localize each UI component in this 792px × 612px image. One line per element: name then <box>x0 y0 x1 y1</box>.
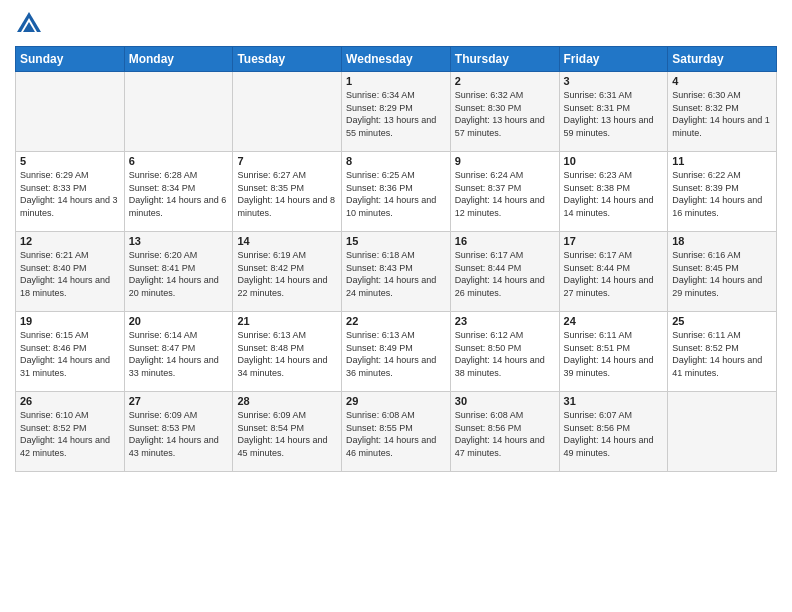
day-info: Sunrise: 6:34 AMSunset: 8:29 PMDaylight:… <box>346 89 446 139</box>
day-cell: 11Sunrise: 6:22 AMSunset: 8:39 PMDayligh… <box>668 152 777 232</box>
day-info: Sunrise: 6:27 AMSunset: 8:35 PMDaylight:… <box>237 169 337 219</box>
col-header-friday: Friday <box>559 47 668 72</box>
day-cell: 26Sunrise: 6:10 AMSunset: 8:52 PMDayligh… <box>16 392 125 472</box>
day-cell: 13Sunrise: 6:20 AMSunset: 8:41 PMDayligh… <box>124 232 233 312</box>
day-info: Sunrise: 6:08 AMSunset: 8:55 PMDaylight:… <box>346 409 446 459</box>
day-cell <box>668 392 777 472</box>
logo <box>15 10 47 38</box>
day-info: Sunrise: 6:25 AMSunset: 8:36 PMDaylight:… <box>346 169 446 219</box>
week-row-4: 19Sunrise: 6:15 AMSunset: 8:46 PMDayligh… <box>16 312 777 392</box>
day-info: Sunrise: 6:11 AMSunset: 8:52 PMDaylight:… <box>672 329 772 379</box>
day-info: Sunrise: 6:24 AMSunset: 8:37 PMDaylight:… <box>455 169 555 219</box>
day-info: Sunrise: 6:08 AMSunset: 8:56 PMDaylight:… <box>455 409 555 459</box>
day-number: 18 <box>672 235 772 247</box>
day-cell: 12Sunrise: 6:21 AMSunset: 8:40 PMDayligh… <box>16 232 125 312</box>
week-row-5: 26Sunrise: 6:10 AMSunset: 8:52 PMDayligh… <box>16 392 777 472</box>
day-info: Sunrise: 6:14 AMSunset: 8:47 PMDaylight:… <box>129 329 229 379</box>
day-info: Sunrise: 6:32 AMSunset: 8:30 PMDaylight:… <box>455 89 555 139</box>
day-info: Sunrise: 6:23 AMSunset: 8:38 PMDaylight:… <box>564 169 664 219</box>
day-cell: 4Sunrise: 6:30 AMSunset: 8:32 PMDaylight… <box>668 72 777 152</box>
day-cell: 6Sunrise: 6:28 AMSunset: 8:34 PMDaylight… <box>124 152 233 232</box>
day-cell: 24Sunrise: 6:11 AMSunset: 8:51 PMDayligh… <box>559 312 668 392</box>
day-number: 30 <box>455 395 555 407</box>
day-cell: 15Sunrise: 6:18 AMSunset: 8:43 PMDayligh… <box>342 232 451 312</box>
day-number: 24 <box>564 315 664 327</box>
day-cell: 19Sunrise: 6:15 AMSunset: 8:46 PMDayligh… <box>16 312 125 392</box>
day-number: 20 <box>129 315 229 327</box>
day-number: 28 <box>237 395 337 407</box>
col-header-thursday: Thursday <box>450 47 559 72</box>
day-cell: 17Sunrise: 6:17 AMSunset: 8:44 PMDayligh… <box>559 232 668 312</box>
day-info: Sunrise: 6:21 AMSunset: 8:40 PMDaylight:… <box>20 249 120 299</box>
day-info: Sunrise: 6:17 AMSunset: 8:44 PMDaylight:… <box>455 249 555 299</box>
day-info: Sunrise: 6:31 AMSunset: 8:31 PMDaylight:… <box>564 89 664 139</box>
day-cell: 16Sunrise: 6:17 AMSunset: 8:44 PMDayligh… <box>450 232 559 312</box>
day-number: 11 <box>672 155 772 167</box>
day-cell: 25Sunrise: 6:11 AMSunset: 8:52 PMDayligh… <box>668 312 777 392</box>
day-info: Sunrise: 6:17 AMSunset: 8:44 PMDaylight:… <box>564 249 664 299</box>
day-number: 1 <box>346 75 446 87</box>
day-cell: 3Sunrise: 6:31 AMSunset: 8:31 PMDaylight… <box>559 72 668 152</box>
day-number: 7 <box>237 155 337 167</box>
day-info: Sunrise: 6:15 AMSunset: 8:46 PMDaylight:… <box>20 329 120 379</box>
day-number: 4 <box>672 75 772 87</box>
calendar-table: SundayMondayTuesdayWednesdayThursdayFrid… <box>15 46 777 472</box>
col-header-saturday: Saturday <box>668 47 777 72</box>
day-info: Sunrise: 6:20 AMSunset: 8:41 PMDaylight:… <box>129 249 229 299</box>
day-cell: 18Sunrise: 6:16 AMSunset: 8:45 PMDayligh… <box>668 232 777 312</box>
day-number: 14 <box>237 235 337 247</box>
header <box>15 10 777 38</box>
day-number: 23 <box>455 315 555 327</box>
week-row-2: 5Sunrise: 6:29 AMSunset: 8:33 PMDaylight… <box>16 152 777 232</box>
day-number: 8 <box>346 155 446 167</box>
day-info: Sunrise: 6:13 AMSunset: 8:49 PMDaylight:… <box>346 329 446 379</box>
day-info: Sunrise: 6:28 AMSunset: 8:34 PMDaylight:… <box>129 169 229 219</box>
col-header-wednesday: Wednesday <box>342 47 451 72</box>
day-number: 21 <box>237 315 337 327</box>
day-cell: 10Sunrise: 6:23 AMSunset: 8:38 PMDayligh… <box>559 152 668 232</box>
header-row: SundayMondayTuesdayWednesdayThursdayFrid… <box>16 47 777 72</box>
col-header-sunday: Sunday <box>16 47 125 72</box>
day-cell: 23Sunrise: 6:12 AMSunset: 8:50 PMDayligh… <box>450 312 559 392</box>
col-header-monday: Monday <box>124 47 233 72</box>
day-info: Sunrise: 6:09 AMSunset: 8:54 PMDaylight:… <box>237 409 337 459</box>
day-number: 31 <box>564 395 664 407</box>
day-info: Sunrise: 6:07 AMSunset: 8:56 PMDaylight:… <box>564 409 664 459</box>
day-number: 26 <box>20 395 120 407</box>
day-cell: 20Sunrise: 6:14 AMSunset: 8:47 PMDayligh… <box>124 312 233 392</box>
day-info: Sunrise: 6:22 AMSunset: 8:39 PMDaylight:… <box>672 169 772 219</box>
day-cell: 8Sunrise: 6:25 AMSunset: 8:36 PMDaylight… <box>342 152 451 232</box>
day-number: 15 <box>346 235 446 247</box>
day-info: Sunrise: 6:09 AMSunset: 8:53 PMDaylight:… <box>129 409 229 459</box>
day-cell: 5Sunrise: 6:29 AMSunset: 8:33 PMDaylight… <box>16 152 125 232</box>
col-header-tuesday: Tuesday <box>233 47 342 72</box>
day-cell: 22Sunrise: 6:13 AMSunset: 8:49 PMDayligh… <box>342 312 451 392</box>
day-cell: 1Sunrise: 6:34 AMSunset: 8:29 PMDaylight… <box>342 72 451 152</box>
day-number: 9 <box>455 155 555 167</box>
day-cell: 29Sunrise: 6:08 AMSunset: 8:55 PMDayligh… <box>342 392 451 472</box>
logo-icon <box>15 10 43 38</box>
day-number: 17 <box>564 235 664 247</box>
day-cell: 7Sunrise: 6:27 AMSunset: 8:35 PMDaylight… <box>233 152 342 232</box>
day-number: 2 <box>455 75 555 87</box>
day-info: Sunrise: 6:11 AMSunset: 8:51 PMDaylight:… <box>564 329 664 379</box>
day-number: 5 <box>20 155 120 167</box>
day-info: Sunrise: 6:10 AMSunset: 8:52 PMDaylight:… <box>20 409 120 459</box>
day-info: Sunrise: 6:13 AMSunset: 8:48 PMDaylight:… <box>237 329 337 379</box>
day-number: 12 <box>20 235 120 247</box>
day-info: Sunrise: 6:16 AMSunset: 8:45 PMDaylight:… <box>672 249 772 299</box>
day-number: 19 <box>20 315 120 327</box>
day-number: 22 <box>346 315 446 327</box>
day-cell: 28Sunrise: 6:09 AMSunset: 8:54 PMDayligh… <box>233 392 342 472</box>
calendar-page: SundayMondayTuesdayWednesdayThursdayFrid… <box>0 0 792 612</box>
week-row-1: 1Sunrise: 6:34 AMSunset: 8:29 PMDaylight… <box>16 72 777 152</box>
week-row-3: 12Sunrise: 6:21 AMSunset: 8:40 PMDayligh… <box>16 232 777 312</box>
day-number: 25 <box>672 315 772 327</box>
day-info: Sunrise: 6:19 AMSunset: 8:42 PMDaylight:… <box>237 249 337 299</box>
day-cell <box>233 72 342 152</box>
day-info: Sunrise: 6:29 AMSunset: 8:33 PMDaylight:… <box>20 169 120 219</box>
day-number: 16 <box>455 235 555 247</box>
day-cell <box>16 72 125 152</box>
day-info: Sunrise: 6:12 AMSunset: 8:50 PMDaylight:… <box>455 329 555 379</box>
day-cell: 2Sunrise: 6:32 AMSunset: 8:30 PMDaylight… <box>450 72 559 152</box>
